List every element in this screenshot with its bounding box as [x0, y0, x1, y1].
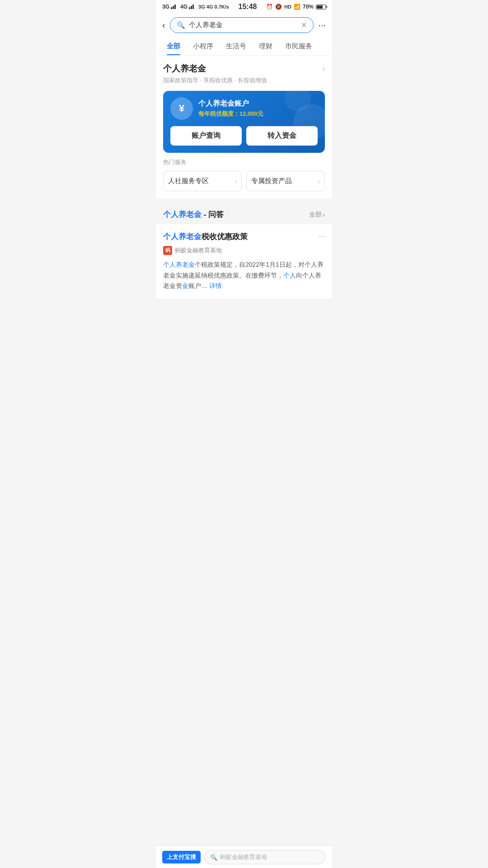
banner-tax-info: 每年税优额度：12,000元: [198, 110, 263, 118]
pension-icon: ¥: [170, 97, 193, 120]
source-icon: 蚂: [163, 246, 172, 255]
search-icon: 🔍: [177, 21, 185, 29]
article-title-highlight: 个人养老金: [163, 232, 202, 241]
signal-3g: [171, 4, 177, 10]
tab-finance[interactable]: 理财: [253, 38, 279, 55]
article-source: 蚂 蚂蚁金融教育基地: [163, 246, 325, 255]
pension-symbol: ¥: [179, 103, 184, 114]
hd-label: HD: [284, 4, 291, 9]
see-all-chevron: ›: [323, 211, 325, 218]
svg-rect-4: [191, 6, 192, 9]
chevron-right-icon: ›: [323, 65, 325, 73]
qa-section-title: 个人养老金 - 问答: [163, 209, 224, 220]
svg-rect-0: [171, 7, 172, 9]
svg-rect-3: [189, 7, 190, 9]
battery-percent: 70%: [303, 4, 314, 10]
banner-tax-amount: 12,000元: [239, 110, 263, 117]
see-all-button[interactable]: 全部 ›: [309, 211, 325, 219]
tab-life[interactable]: 生活号: [220, 38, 253, 55]
svg-rect-2: [174, 5, 176, 9]
detail-link[interactable]: 详情: [209, 282, 222, 289]
tab-citizen[interactable]: 市民服务: [279, 38, 319, 55]
qa-section-header: 个人养老金 - 问答 全部 ›: [156, 203, 332, 224]
qa-title-normal: - 问答: [202, 210, 224, 219]
status-bar: 3G 4G 3G 4G 0.7K/s 15:48 ⏰ 🔕 HD 📶 70%: [156, 0, 332, 14]
status-right: ⏰ 🔕 HD 📶 70%: [266, 4, 326, 10]
account-query-button[interactable]: 账户查询: [170, 126, 242, 146]
search-area: ‹ 🔍 个人养老金 ✕ ···: [156, 14, 332, 38]
mute-icon: 🔕: [275, 4, 282, 10]
pension-banner: ¥ 个人养老金账户 每年税优额度：12,000元 账户查询 转入资金: [163, 91, 325, 153]
article-more-button[interactable]: ···: [318, 231, 325, 241]
see-all-label: 全部: [309, 211, 322, 219]
more-button[interactable]: ···: [318, 20, 326, 30]
search-query: 个人养老金: [189, 21, 298, 29]
main-result-card: 个人养老金 › 国家政策指导 · 享税收优惠 · 长投稳增值 ¥ 个人养老金账户…: [156, 56, 332, 198]
network-speed: 3G 4G 0.7K/s: [198, 4, 229, 9]
status-time: 15:48: [239, 3, 257, 11]
service-renshe-label: 人社服务专区: [168, 177, 209, 185]
tab-all[interactable]: 全部: [160, 38, 187, 55]
battery-icon: [316, 5, 326, 9]
search-clear-button[interactable]: ✕: [301, 21, 307, 29]
main-result-header[interactable]: 个人养老金 ›: [163, 63, 325, 75]
source-name: 蚂蚁金融教育基地: [175, 246, 222, 255]
banner-text-area: 个人养老金账户 每年税优额度：12,000元: [198, 99, 263, 118]
tab-miniapp[interactable]: 小程序: [187, 38, 220, 55]
service-investment-button[interactable]: 专属投资产品 ›: [246, 171, 325, 191]
alarm-icon: ⏰: [266, 4, 273, 10]
article-title: 个人养老金税收优惠政策: [163, 231, 314, 242]
body-highlight-1: 个人养老金: [163, 261, 195, 268]
article-card: 个人养老金税收优惠政策 ··· 蚂 蚂蚁金融教育基地 个人养老金个税政策规定，自…: [156, 224, 332, 299]
service-chevron-2: ›: [318, 178, 320, 185]
service-chevron-1: ›: [235, 178, 237, 185]
search-box[interactable]: 🔍 个人养老金 ✕: [170, 17, 314, 33]
status-left: 3G 4G 3G 4G 0.7K/s: [162, 4, 229, 10]
body-highlight-3: 金: [182, 282, 188, 289]
source-icon-text: 蚂: [165, 247, 170, 254]
service-renshe-button[interactable]: 人社服务专区 ›: [163, 171, 242, 191]
back-button[interactable]: ‹: [162, 20, 165, 30]
svg-rect-1: [173, 6, 174, 9]
article-header: 个人养老金税收优惠政策 ···: [163, 231, 325, 242]
banner-account-title: 个人养老金账户: [198, 99, 263, 108]
svg-rect-5: [192, 5, 194, 9]
body-text-3: 账户…: [188, 282, 209, 289]
wifi-icon: 📶: [294, 4, 300, 10]
qa-title-highlight: 个人养老金: [163, 210, 202, 219]
main-result-title: 个人养老金: [163, 63, 206, 75]
hot-services-label: 热门服务: [163, 158, 325, 166]
service-investment-label: 专属投资产品: [251, 177, 292, 185]
signal-4g: [189, 4, 195, 10]
body-highlight-2: 个人: [283, 272, 296, 279]
network-4g: 4G: [180, 4, 188, 10]
network-status: 3G: [162, 4, 169, 10]
service-row: 人社服务专区 › 专属投资产品 ›: [163, 171, 325, 191]
tabs-bar: 全部 小程序 生活号 理财 市民服务: [156, 38, 332, 56]
main-result-subtitle: 国家政策指导 · 享税收优惠 · 长投稳增值: [163, 76, 325, 85]
content-area: 个人养老金 › 国家政策指导 · 享税收优惠 · 长投稳增值 ¥ 个人养老金账户…: [156, 56, 332, 330]
article-body: 个人养老金个税政策规定，自2022年1月1日起，对个人养老金实施递延纳税优惠政策…: [163, 259, 325, 292]
article-title-normal: 税收优惠政策: [202, 232, 248, 241]
